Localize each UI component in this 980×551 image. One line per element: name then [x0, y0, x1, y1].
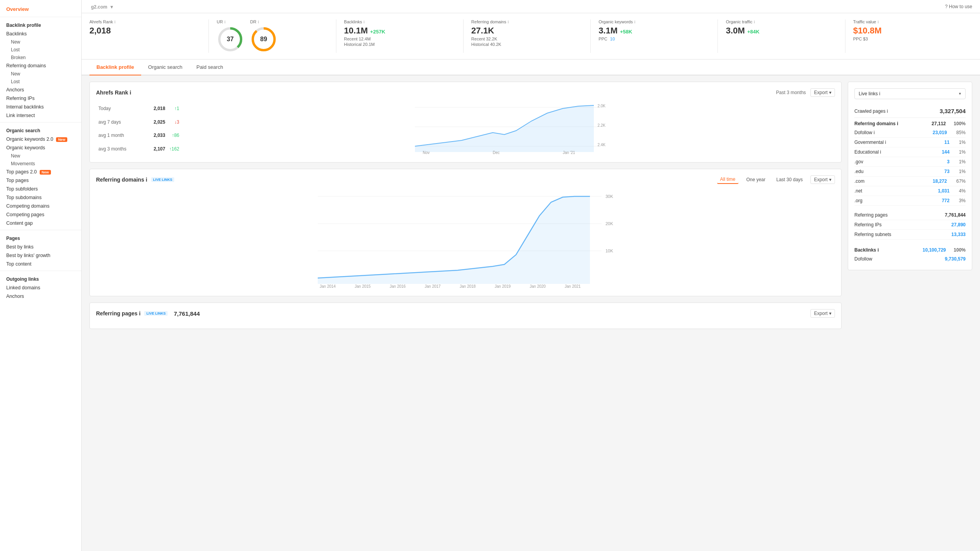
ref-domains-export-btn[interactable]: Export ▾	[810, 175, 835, 184]
sidebar-item-top-subfolders[interactable]: Top subfolders	[0, 185, 81, 193]
sidebar-item-content-gap[interactable]: Content gap	[0, 219, 81, 227]
sidebar-bullet-organic-new[interactable]: New	[0, 152, 81, 160]
governmental-pct: 1%	[959, 140, 966, 145]
filter-last-30-days[interactable]: Last 30 days	[773, 176, 806, 184]
sidebar-item-backlinks[interactable]: Backlinks	[0, 30, 81, 38]
sidebar-bullet-ref-domains-lost[interactable]: Lost	[0, 78, 81, 86]
ahrefs-rank-info-icon[interactable]: i	[115, 20, 116, 24]
ref-domains-section-pct: 100%	[954, 121, 966, 126]
badge-organic-keywords-20: New	[56, 137, 67, 142]
svg-text:Jan 2021: Jan 2021	[565, 284, 581, 289]
sidebar-item-top-subdomains[interactable]: Top subdomains	[0, 193, 81, 202]
ref-domains-section-info[interactable]: i	[897, 121, 898, 126]
sidebar-bullet-backlinks-new[interactable]: New	[0, 38, 81, 46]
ur-gauge-group: UR i 37	[217, 19, 244, 53]
sidebar-bullet-organic-movements[interactable]: Movements	[0, 160, 81, 168]
metric-referring-domains: Referring domains i 27.1K Recent 32.2K H…	[464, 19, 591, 53]
backlinks-section-info[interactable]: i	[877, 247, 878, 253]
ahrefs-rank-period: Past 3 months	[776, 90, 806, 95]
sidebar-item-internal-backlinks[interactable]: Internal backlinks	[0, 103, 81, 111]
organic-keywords-value: 3.1M +58K	[598, 26, 710, 36]
sidebar-item-organic-keywords-20[interactable]: Organic keywords 2.0 New	[0, 135, 81, 143]
tab-organic-search[interactable]: Organic search	[141, 59, 189, 75]
sidebar-bullet-ref-domains-new[interactable]: New	[0, 70, 81, 78]
organic-traffic-info-icon[interactable]: i	[754, 20, 755, 24]
sidebar-bullet-backlinks-broken[interactable]: Broken	[0, 54, 81, 61]
ahrefs-rank-label: Ahrefs Rank i	[89, 19, 201, 24]
sidebar-item-best-by-links[interactable]: Best by links	[0, 243, 81, 251]
referring-domains-chart-header: Referring domains i LIVE LINKS All time …	[96, 175, 835, 184]
sidebar-item-overview[interactable]: Overview	[0, 4, 81, 14]
tab-paid-search[interactable]: Paid search	[189, 59, 230, 75]
ahrefs-rank-chart-header: Ahrefs Rank i Past 3 months Export ▾	[96, 88, 835, 97]
ref-pages-info-icon[interactable]: i	[139, 310, 141, 317]
governmental-value: 11	[944, 140, 949, 145]
sidebar-item-top-pages[interactable]: Top pages	[0, 176, 81, 185]
ur-info-icon[interactable]: i	[224, 20, 225, 24]
governmental-info-icon[interactable]: i	[885, 140, 886, 145]
backlinks-section-label: Backlinks i	[854, 247, 879, 253]
svg-text:37: 37	[227, 36, 234, 42]
sidebar-section-backlink-profile[interactable]: Backlink profile	[0, 19, 81, 30]
ahrefs-rank-chart-info[interactable]: i	[130, 89, 131, 96]
governmental-row: Governmental i 11 1%	[854, 138, 966, 147]
sidebar-item-top-pages-20[interactable]: Top pages 2.0 New	[0, 168, 81, 176]
crawled-pages-info-icon[interactable]: i	[887, 108, 888, 114]
backlinks-info-icon[interactable]: i	[364, 20, 364, 24]
educational-info-icon[interactable]: i	[880, 149, 881, 155]
sidebar-item-anchors[interactable]: Anchors	[0, 86, 81, 94]
traffic-value-value: $10.8M	[853, 26, 964, 36]
sidebar-item-competing-pages[interactable]: Competing pages	[0, 210, 81, 219]
ahrefs-rank-card: Ahrefs Rank i Past 3 months Export ▾	[89, 82, 842, 163]
sidebar-item-top-content[interactable]: Top content	[0, 260, 81, 268]
ahrefs-rank-svg: 2.0K 2.2K 2.4K Nov	[189, 101, 835, 156]
metric-ur-dr: UR i 37 DR i	[209, 19, 336, 53]
net-value: 1,031	[938, 188, 950, 194]
svg-marker-12	[415, 105, 594, 152]
sidebar-item-best-by-links-growth[interactable]: Best by links' growth	[0, 251, 81, 260]
traffic-value-ppc: PPC $3	[853, 37, 964, 41]
sidebar-section-organic-search[interactable]: Organic search	[0, 125, 81, 135]
org-row: .org 772 3%	[854, 196, 966, 206]
ref-domains-section-value: 27,112	[932, 121, 946, 126]
crawled-pages-row: Crawled pages i 3,327,504	[854, 105, 966, 118]
svg-text:Jan 2018: Jan 2018	[460, 284, 476, 289]
referring-pages-value: 7,761,844	[174, 310, 200, 317]
sidebar-item-referring-domains[interactable]: Referring domains	[0, 61, 81, 70]
tab-backlink-profile[interactable]: Backlink profile	[89, 59, 141, 75]
organic-keywords-info-icon[interactable]: i	[634, 20, 635, 24]
sidebar-bullet-backlinks-lost[interactable]: Lost	[0, 46, 81, 54]
educational-value: 144	[942, 149, 950, 155]
sidebar-section-pages[interactable]: Pages	[0, 233, 81, 243]
filter-one-year[interactable]: One year	[743, 176, 768, 184]
dr-info-icon[interactable]: i	[258, 20, 259, 24]
live-links-dropdown[interactable]: Live links i	[854, 88, 966, 99]
ahrefs-rank-table: Today 2,018 ↑1 avg 7 days 2,025 ↓3 avg 1…	[96, 101, 182, 156]
sidebar-section-outgoing-links[interactable]: Outgoing links	[0, 273, 81, 283]
traffic-value-info-icon[interactable]: i	[878, 20, 878, 24]
ref-domains-section-header: Referring domains i 27,112 100%	[854, 118, 966, 128]
content-area: Ahrefs Rank i Past 3 months Export ▾	[82, 75, 980, 335]
referring-domains-info-icon[interactable]: i	[508, 20, 509, 24]
dofollow-info-icon[interactable]: i	[873, 130, 875, 135]
sidebar: Overview Backlink profile Backlinks New …	[0, 0, 82, 551]
how-to-use-link[interactable]: ? How to use	[945, 4, 972, 9]
ahrefs-rank-export-btn[interactable]: Export ▾	[810, 88, 835, 97]
domain-dropdown-arrow[interactable]: ▾	[110, 4, 113, 10]
sidebar-item-anchors-out[interactable]: Anchors	[0, 292, 81, 301]
sidebar-item-competing-domains[interactable]: Competing domains	[0, 202, 81, 210]
referring-subnets-value: 13,333	[951, 232, 966, 237]
ref-pages-export-btn[interactable]: Export ▾	[810, 309, 835, 318]
metric-traffic-value: Traffic value i $10.8M PPC $3	[845, 19, 972, 53]
sidebar-item-organic-keywords[interactable]: Organic keywords	[0, 143, 81, 152]
svg-text:Jan '21: Jan '21	[563, 150, 575, 155]
dofollow2-row: Dofollow 9,730,579	[854, 254, 966, 264]
gov-pct: 1%	[959, 159, 966, 164]
sidebar-item-referring-ips[interactable]: Referring IPs	[0, 94, 81, 103]
filter-all-time[interactable]: All time	[717, 175, 738, 184]
ref-domains-section-label: Referring domains i	[854, 121, 898, 126]
svg-text:10K: 10K	[606, 248, 613, 253]
sidebar-item-link-intersect[interactable]: Link intersect	[0, 111, 81, 120]
sidebar-item-linked-domains[interactable]: Linked domains	[0, 283, 81, 292]
ref-domains-info-icon[interactable]: i	[146, 177, 147, 183]
